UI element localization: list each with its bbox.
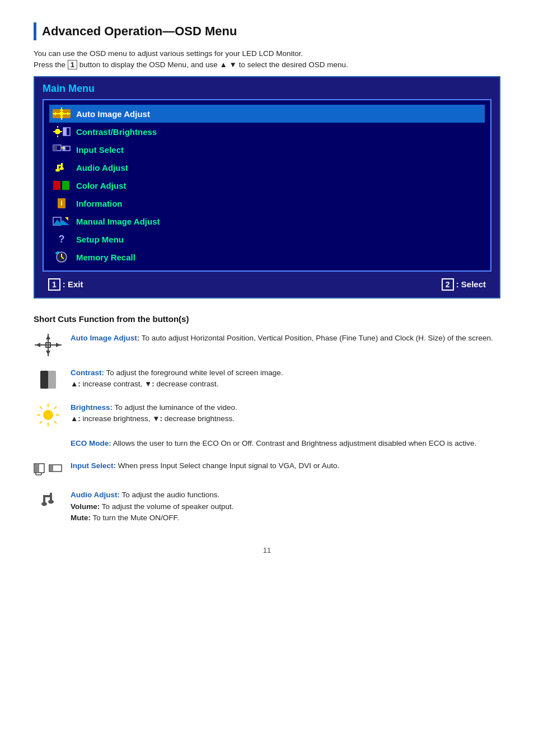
- shortcut-audio-text: Audio Adjust: To adjust the audio functi…: [71, 489, 233, 524]
- menu-item-color-adjust[interactable]: Color Adjust: [49, 176, 485, 194]
- menu-label-setup-menu: Setup Menu: [76, 235, 124, 244]
- svg-line-50: [40, 407, 42, 409]
- input-select-menu-icon: [53, 143, 71, 156]
- memory-recall-menu-icon: [53, 250, 71, 264]
- menu-item-input-select[interactable]: Input Select: [49, 141, 485, 158]
- select-btn-box: 2: [442, 278, 454, 291]
- svg-marker-40: [36, 343, 40, 347]
- svg-rect-27: [62, 181, 69, 190]
- svg-rect-57: [50, 465, 53, 471]
- svg-rect-3: [60, 112, 63, 115]
- svg-line-53: [40, 421, 42, 423]
- menu-item-auto-image-adjust[interactable]: Auto Image Adjust: [49, 105, 485, 123]
- svg-point-64: [41, 502, 47, 506]
- shortcut-eco-mode: ECO Mode: Allows the user to turn the EC…: [34, 438, 500, 449]
- setup-menu-icon: ?: [53, 232, 71, 246]
- menu-item-contrast-brightness[interactable]: Contrast/Brightness: [49, 123, 485, 141]
- title-accent-bar: [34, 22, 36, 40]
- menu-label-audio-adjust: Audio Adjust: [76, 163, 128, 172]
- auto-image-adjust-menu-icon: [53, 107, 71, 120]
- intro-pre: Press the: [34, 60, 68, 69]
- svg-rect-63: [43, 495, 52, 497]
- svg-marker-38: [46, 335, 50, 339]
- osd-title: Main Menu: [43, 83, 491, 95]
- shortcut-audio-adjust: Audio Adjust: To adjust the audio functi…: [34, 489, 500, 524]
- osd-menu: Auto Image Adjust Contrast/Brightness: [43, 99, 491, 272]
- svg-marker-41: [56, 343, 60, 347]
- manual-image-adjust-menu-icon: [53, 214, 71, 228]
- page-number: 11: [34, 546, 500, 554]
- svg-rect-14: [63, 128, 67, 136]
- menu-item-audio-adjust[interactable]: Audio Adjust: [49, 158, 485, 176]
- page-title: Advanced Operation—OSD Menu: [42, 24, 237, 39]
- information-menu-icon: i: [53, 197, 71, 210]
- osd-select-label: 2: Select: [442, 278, 486, 291]
- shortcut-brightness: Brightness: To adjust the luminance of t…: [34, 402, 500, 427]
- osd-footer: 1: Exit 2: Select: [43, 277, 491, 292]
- svg-text:i: i: [60, 199, 63, 207]
- menu-item-memory-recall[interactable]: Memory Recall: [49, 248, 485, 266]
- intro-post: button to display the OSD Menu, and use …: [77, 60, 348, 69]
- contrast-brightness-menu-icon: [53, 125, 71, 138]
- audio-adjust-icon: [34, 489, 63, 512]
- brightness-icon: [34, 402, 63, 427]
- shortcut-auto-image-text: Auto Image Adjust: To auto adjust Horizo…: [71, 333, 493, 344]
- menu-label-input-select: Input Select: [76, 145, 124, 155]
- shortcut-contrast: Contrast: To adjust the foreground white…: [34, 367, 500, 391]
- menu-label-auto-image-adjust: Auto Image Adjust: [76, 109, 150, 119]
- svg-rect-26: [53, 181, 60, 190]
- menu-label-memory-recall: Memory Recall: [76, 253, 135, 262]
- svg-rect-44: [40, 371, 48, 389]
- svg-line-52: [54, 407, 57, 409]
- svg-marker-32: [65, 217, 68, 221]
- menu-item-setup-menu[interactable]: ? Setup Menu: [49, 230, 485, 248]
- svg-point-45: [43, 410, 53, 420]
- svg-rect-16: [53, 145, 57, 151]
- svg-point-25: [59, 167, 64, 170]
- contrast-icon: [34, 367, 63, 391]
- eco-mode-icon: [34, 438, 63, 439]
- svg-line-51: [54, 421, 57, 423]
- section-title-block: Advanced Operation—OSD Menu: [34, 22, 500, 40]
- menu-label-manual-image-adjust: Manual Image Adjust: [76, 217, 160, 226]
- menu-label-information: Information: [76, 199, 123, 208]
- menu-item-manual-image-adjust[interactable]: Manual Image Adjust: [49, 212, 485, 230]
- shortcut-input-select: Input Select: When press Input Select ch…: [34, 460, 500, 478]
- color-adjust-menu-icon: [53, 179, 71, 192]
- exit-btn-box: 1: [48, 278, 60, 291]
- auto-image-adjust-icon: [34, 333, 63, 356]
- shortcut-auto-image-adjust: Auto Image Adjust: To auto adjust Horizo…: [34, 333, 500, 356]
- shortcut-input-select-text: Input Select: When press Input Select ch…: [71, 460, 339, 472]
- svg-point-8: [55, 129, 60, 134]
- shortcut-contrast-text: Contrast: To adjust the foreground white…: [71, 367, 283, 390]
- menu-label-color-adjust: Color Adjust: [76, 181, 126, 190]
- btn1-inline: 1: [68, 60, 77, 69]
- svg-rect-23: [57, 165, 63, 166]
- svg-point-24: [55, 169, 60, 172]
- osd-exit-label: 1: Exit: [48, 278, 83, 291]
- osd-container: Main Menu Auto Image Adjust: [34, 76, 500, 298]
- svg-marker-39: [46, 351, 50, 355]
- menu-item-information[interactable]: i Information: [49, 194, 485, 212]
- menu-label-contrast-brightness: Contrast/Brightness: [76, 127, 157, 137]
- svg-point-65: [48, 500, 54, 504]
- shortcut-brightness-text: Brightness: To adjust the luminance of t…: [71, 402, 237, 425]
- shortcuts-section-title: Short Cuts Function from the button(s): [34, 314, 500, 324]
- shortcut-eco-text: ECO Mode: Allows the user to turn the EC…: [71, 438, 476, 449]
- intro-line-1: You can use the OSD menu to adjust vario…: [34, 49, 500, 58]
- svg-rect-55: [35, 464, 39, 472]
- intro-line-2: Press the 1 button to display the OSD Me…: [34, 60, 500, 69]
- svg-text:?: ?: [59, 234, 65, 245]
- input-select-icon: [34, 460, 63, 478]
- audio-adjust-menu-icon: [53, 161, 71, 174]
